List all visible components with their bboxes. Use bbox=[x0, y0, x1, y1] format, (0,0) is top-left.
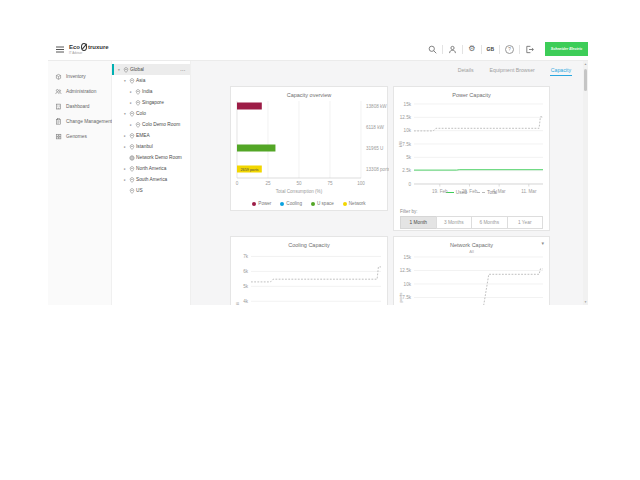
capacity-overview-plot: 025507510013808 kW6118 kW31965 U2659 por… bbox=[231, 87, 389, 212]
tree-item-north-america[interactable]: ▸North America bbox=[112, 163, 190, 174]
tree-item-global[interactable]: ▾Global⋯ bbox=[112, 64, 190, 75]
svg-text:11. Mar: 11. Mar bbox=[521, 189, 537, 194]
tree-item-label: Asia bbox=[136, 78, 145, 83]
topbar: Ecotruxure IT Advisor ⚙ GB ? bbox=[48, 38, 588, 61]
capacity-overview-card: Capacity overview PowerCoolingU spaceNet… bbox=[230, 86, 388, 211]
menu-icon[interactable] bbox=[56, 46, 64, 53]
svg-text:5k: 5k bbox=[406, 155, 412, 160]
more-options-icon[interactable]: ⋯ bbox=[180, 67, 190, 73]
svg-text:7.5k: 7.5k bbox=[402, 295, 411, 300]
svg-text:31965 U: 31965 U bbox=[366, 146, 383, 151]
divider bbox=[519, 45, 520, 54]
tree-item-istanbul[interactable]: ▸Istanbul bbox=[112, 141, 190, 152]
page: Ecotruxure IT Advisor ⚙ GB ? bbox=[0, 0, 640, 480]
svg-text:2659 ports: 2659 ports bbox=[240, 168, 258, 172]
svg-text:15k: 15k bbox=[404, 102, 412, 107]
svg-text:0: 0 bbox=[236, 181, 239, 186]
svg-text:19. Feb: 19. Feb bbox=[432, 189, 448, 194]
location-pin-icon bbox=[128, 111, 136, 117]
divider bbox=[442, 45, 443, 54]
settings-gear-icon[interactable]: ⚙ bbox=[468, 45, 475, 53]
tree-item-label: Colo bbox=[136, 111, 146, 116]
svg-text:6118 kW: 6118 kW bbox=[366, 125, 384, 130]
svg-text:12.5k: 12.5k bbox=[400, 115, 412, 120]
svg-text:13308 ports: 13308 ports bbox=[366, 167, 389, 172]
sidebar-item-genomes[interactable]: Genomes bbox=[48, 129, 111, 144]
tree-item-us[interactable]: US bbox=[112, 185, 190, 196]
tree-item-label: Istanbul bbox=[136, 144, 153, 149]
cooling-capacity-card: Cooling Capacity 7k6k5k4kkW bbox=[230, 236, 388, 305]
location-pin-icon bbox=[128, 177, 136, 183]
vertical-scrollbar[interactable]: ▲ ▼ bbox=[583, 61, 588, 305]
svg-text:25: 25 bbox=[265, 181, 271, 186]
power-capacity-plot: 15k12.5k10k7.5k5k2.5k019. Feb26. Feb4. M… bbox=[394, 87, 551, 232]
svg-text:ports: ports bbox=[398, 292, 403, 303]
location-pin-icon bbox=[128, 166, 136, 172]
logout-icon[interactable] bbox=[525, 45, 534, 54]
location-pin-icon bbox=[134, 100, 142, 106]
tree-item-label: Singapore bbox=[142, 100, 164, 105]
svg-text:5k: 5k bbox=[243, 284, 249, 289]
logo-o-glyph bbox=[81, 43, 87, 51]
network-capacity-plot: 15k12.5k10k7.5kports bbox=[394, 237, 551, 305]
svg-text:6k: 6k bbox=[243, 269, 249, 274]
location-pin-icon bbox=[128, 188, 136, 194]
app-body: InventoryAdministrationDashboardChange M… bbox=[48, 61, 588, 305]
svg-text:10k: 10k bbox=[404, 128, 412, 133]
scroll-up-arrow[interactable]: ▲ bbox=[583, 61, 588, 67]
svg-text:100: 100 bbox=[357, 181, 365, 186]
sidebar-item-dashboard[interactable]: Dashboard bbox=[48, 99, 111, 114]
divider bbox=[481, 45, 482, 54]
box-icon bbox=[55, 73, 62, 80]
tab-capacity[interactable]: Capacity bbox=[550, 64, 572, 76]
tree-item-label: India bbox=[142, 89, 152, 94]
svg-text:10k: 10k bbox=[404, 282, 412, 287]
tree-item-emea[interactable]: ▸EMEA bbox=[112, 130, 190, 141]
logo-text-truxure: truxure bbox=[88, 44, 109, 50]
sidebar-item-change-management[interactable]: Change Management bbox=[48, 114, 111, 129]
tree-item-label: South America bbox=[136, 177, 167, 182]
sidebar-item-inventory[interactable]: Inventory bbox=[48, 69, 111, 84]
schneider-electric-logo: Schneider Electric bbox=[545, 42, 588, 56]
sidebar-item-label: Inventory bbox=[66, 74, 86, 79]
network-capacity-card: Network Capacity All ▾ 15k12.5k10k7.5kpo… bbox=[393, 236, 550, 305]
user-icon[interactable] bbox=[448, 45, 457, 54]
svg-text:kW: kW bbox=[398, 140, 403, 147]
tree-item-label: North America bbox=[136, 166, 166, 171]
search-icon[interactable] bbox=[428, 45, 437, 54]
clipboard-icon bbox=[55, 118, 62, 125]
people-icon bbox=[55, 88, 62, 95]
tree-item-label: Network Demo Room bbox=[136, 155, 182, 160]
svg-text:75: 75 bbox=[327, 181, 333, 186]
tree-item-label: US bbox=[136, 188, 143, 193]
tree-item-singapore[interactable]: ▸Singapore bbox=[112, 97, 190, 108]
divider bbox=[462, 45, 463, 54]
tree-item-label: Colo Demo Room bbox=[142, 122, 180, 127]
svg-text:12.5k: 12.5k bbox=[400, 268, 412, 273]
globe-icon bbox=[128, 155, 136, 161]
language-selector[interactable]: GB bbox=[487, 46, 495, 52]
location-pin-icon bbox=[134, 122, 142, 128]
svg-text:kW: kW bbox=[235, 301, 240, 305]
main-content: Details Equipment Browser Capacity Capac… bbox=[191, 61, 588, 305]
svg-text:50: 50 bbox=[296, 181, 302, 186]
tree-item-south-america[interactable]: ▸South America bbox=[112, 174, 190, 185]
left-sidebar: InventoryAdministrationDashboardChange M… bbox=[48, 61, 112, 305]
sidebar-item-label: Change Management bbox=[66, 119, 112, 124]
scroll-down-arrow[interactable]: ▼ bbox=[583, 299, 588, 305]
tab-equipment-browser[interactable]: Equipment Browser bbox=[489, 64, 536, 76]
tab-details[interactable]: Details bbox=[457, 64, 475, 76]
help-icon[interactable]: ? bbox=[505, 45, 514, 54]
tree-item-india[interactable]: ▸India bbox=[112, 86, 190, 97]
tree-item-asia[interactable]: ▾Asia bbox=[112, 75, 190, 86]
sidebar-item-administration[interactable]: Administration bbox=[48, 84, 111, 99]
tree-item-colo[interactable]: ▾Colo bbox=[112, 108, 190, 119]
cooling-capacity-plot: 7k6k5k4kkW bbox=[231, 237, 389, 305]
tree-item-colo-demo-room[interactable]: ▸Colo Demo Room bbox=[112, 119, 190, 130]
tree-item-network-demo-room[interactable]: Network Demo Room bbox=[112, 152, 190, 163]
location-pin-icon bbox=[122, 67, 130, 73]
scrollbar-thumb[interactable] bbox=[584, 69, 587, 91]
svg-text:7.5k: 7.5k bbox=[402, 142, 411, 147]
svg-text:7k: 7k bbox=[243, 254, 249, 259]
tree-item-label: EMEA bbox=[136, 133, 150, 138]
